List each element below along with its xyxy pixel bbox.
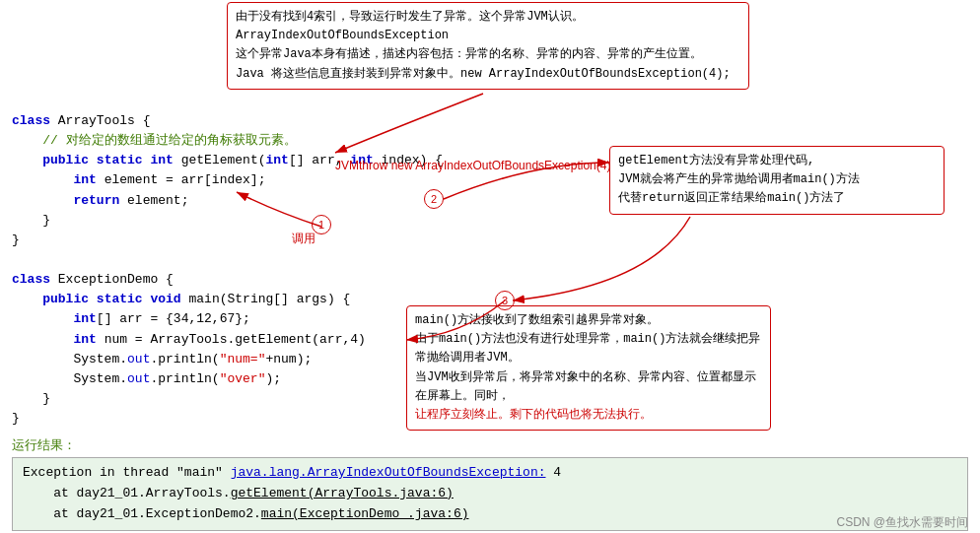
call-label: 调用 <box>292 231 315 247</box>
run-result-line3: at day21_01.ExceptionDemo2.main(Exceptio… <box>23 504 957 525</box>
code-line-1: class ArrayTools { <box>12 111 968 131</box>
code-line-7: } <box>12 231 968 250</box>
watermark: CSDN @鱼找水需要时间 <box>836 514 968 531</box>
run-result-section: 运行结果： Exception in thread "main" java.la… <box>12 436 968 530</box>
circle-3-label: 3 <box>495 291 515 310</box>
exception-link[interactable]: java.lang.ArrayIndexOutOfBoundsException… <box>231 465 546 480</box>
run-result-label: 运行结果： <box>12 436 968 454</box>
exception-prefix: Exception in thread "main" <box>23 465 231 480</box>
circle-2-label: 2 <box>424 189 444 209</box>
code-line-blank <box>12 250 968 270</box>
circle-2: 2 <box>424 189 444 209</box>
getElement-link[interactable]: getElement(ArrayTools.java:6) <box>231 486 454 500</box>
run-result-box: Exception in thread "main" java.lang.Arr… <box>12 457 968 530</box>
run-result-line1: Exception in thread "main" java.lang.Arr… <box>23 463 957 484</box>
main-container: 由于没有找到4索引，导致运行时发生了异常。这个异常JVM认识。ArrayInde… <box>0 0 980 533</box>
run-result-line2: at day21_01.ArrayTools.getElement(ArrayT… <box>23 484 957 504</box>
circle-3: 3 <box>495 291 515 310</box>
annotation-bottom-right: main()方法接收到了数组索引越界异常对象。 由于main()方法也没有进行处… <box>406 305 771 431</box>
code-line-8: class ExceptionDemo { <box>12 270 968 290</box>
main-link[interactable]: main(ExceptionDemo .java:6) <box>261 506 469 521</box>
exception-value: 4 <box>546 465 562 480</box>
annotation-right-mid: getElement方法没有异常处理代码, JVM就会将产生的异常抛给调用者ma… <box>609 146 945 215</box>
